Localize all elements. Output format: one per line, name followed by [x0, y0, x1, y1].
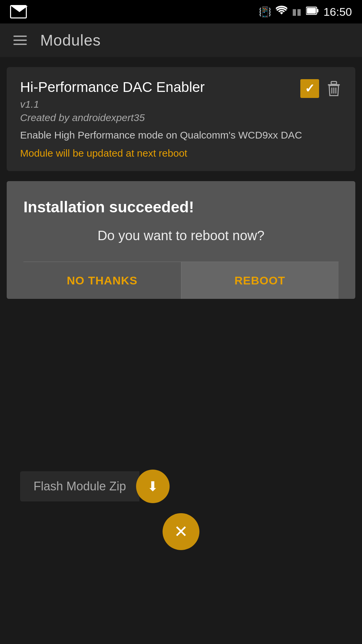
flash-module-label: Flash Module Zip [34, 479, 126, 493]
module-card: Hi-Performance DAC Enabler v1.1 Created … [7, 67, 355, 171]
dialog-message: Do you want to reboot now? [23, 226, 339, 245]
close-fab[interactable]: ✕ [163, 513, 199, 550]
mail-icon [10, 5, 27, 18]
status-bar-left [10, 5, 27, 18]
vibrate-icon: 📳 [259, 6, 271, 18]
app-title: Modules [40, 31, 101, 49]
battery-icon [306, 6, 319, 17]
status-bar-right: 📳 ▮▮ 16:50 [259, 5, 352, 18]
wifi-icon [276, 6, 287, 18]
close-icon: ✕ [174, 522, 188, 541]
dialog-buttons: NO THANKS REBOOT [23, 262, 339, 299]
module-version: v1.1 [20, 99, 342, 110]
download-icon: ⬇ [147, 479, 159, 494]
flash-module-row: Flash Module Zip ⬇ [20, 470, 170, 503]
flash-module-download-fab[interactable]: ⬇ [136, 470, 170, 503]
module-actions [300, 79, 342, 98]
svg-rect-4 [331, 82, 337, 84]
module-delete-icon[interactable] [326, 79, 342, 98]
fab-area: Flash Module Zip ⬇ ✕ [0, 470, 362, 550]
module-title: Hi-Performance DAC Enabler [20, 79, 342, 95]
module-description: Enable High Performance mode on Qualcomm… [20, 128, 342, 142]
svg-rect-1 [317, 9, 318, 12]
installation-dialog: Installation succeeded! Do you want to r… [7, 181, 355, 299]
reboot-button[interactable]: REBOOT [181, 262, 339, 299]
svg-rect-2 [307, 8, 316, 14]
signal-icon: ▮▮ [292, 7, 301, 17]
module-update-notice: Module will be updated at next reboot [20, 148, 342, 159]
module-author: Created by androidexpert35 [20, 112, 342, 123]
status-bar: 📳 ▮▮ 16:50 [0, 0, 362, 23]
dialog-title: Installation succeeded! [23, 198, 339, 216]
dialog-overlay: Installation succeeded! Do you want to r… [7, 181, 355, 299]
app-bar: Modules [0, 23, 362, 57]
no-thanks-button[interactable]: NO THANKS [23, 262, 181, 299]
status-time: 16:50 [323, 5, 352, 18]
flash-module-label-box: Flash Module Zip [20, 471, 139, 501]
module-enable-checkbox[interactable] [300, 79, 319, 98]
hamburger-menu-icon[interactable] [13, 36, 27, 45]
